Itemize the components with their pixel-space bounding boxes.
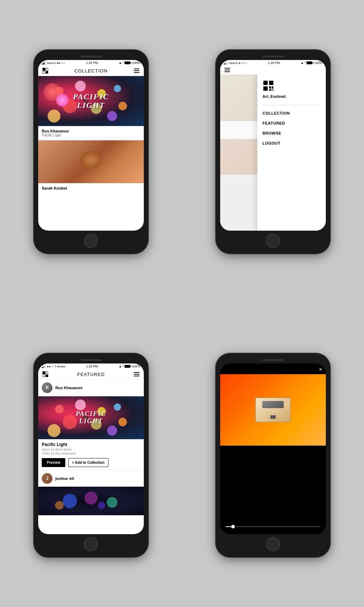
menu-button-2[interactable] [224,68,230,72]
phone-3-home-btn[interactable] [84,537,98,551]
menu-item-browse[interactable]: BROWSE [263,128,320,138]
artwork-title-1: PACIFICLIGHT [38,76,144,126]
signal-icon [42,61,46,65]
artist-name-2: Sarah Knobel [42,186,140,190]
phone-1-speaker [80,56,102,57]
artwork-image-2 [38,140,144,183]
carrier-label-2: Search ●○○○○ [229,61,247,65]
featured-buttons: Preview + Add to Collection [42,458,140,467]
location-icon: ▲ [119,61,122,65]
camera-device [255,397,291,422]
phone-2-home-btn[interactable] [266,234,280,248]
phone-4: × [216,353,330,557]
phone-1-nav: COLLECTION [38,66,144,76]
bluetooth-icon-3: * [122,365,124,368]
svg-rect-3 [269,86,271,89]
video-player: × [220,363,326,534]
svg-rect-0 [263,81,268,85]
status-right-2: ▲ * 100% [301,61,322,65]
featured-info: Pacific Light Music by Boris Blank Video… [38,439,144,470]
artwork-name-1: Pacific Light [42,133,140,137]
menu-button[interactable] [134,69,140,73]
featured-artist-name-1: Rus Khasanov [55,386,82,390]
video-thumbnail [220,374,326,446]
menu-tagline: Art, Evolved. [263,94,320,99]
phone-1-screen: Search ●●○○○ 1:18 PM ▲ * 100% [38,60,144,231]
featured-artwork-image[interactable]: PACIFICLIGHT [38,396,144,439]
close-button[interactable]: × [319,366,322,373]
status-time: 1:18 PM [86,61,98,65]
phone-2-speaker [262,56,284,57]
progress-track[interactable] [226,526,320,527]
phone-3-notch [38,358,144,363]
svg-rect-6 [272,89,273,91]
glass-balls-bg [38,487,144,515]
phone-2-screen: Search ●○○○○ 1:18 PM ▲ * 100% [220,60,326,231]
phone-4-cell: × [182,304,364,607]
signal-icon-2 [224,61,228,65]
status-left: Search ●●○○○ [42,61,65,65]
status-time-3: 1:18 PM [86,365,98,368]
phone-3-speaker [80,359,102,361]
status-left-3: ●●○○ T-Mobile [42,365,65,368]
phone-2-nav [220,66,326,75]
phone-2-cell: Search ●○○○○ 1:18 PM ▲ * 100% [182,0,364,304]
phone-3-content: R Rus Khasanov PACIFICLIGHT Pacific Ligh… [38,380,144,534]
artist-name-1: Rus Khasanov [42,129,140,133]
phone-1-notch [38,54,144,60]
phone-1: Search ●●○○○ 1:18 PM ▲ * 100% [34,50,148,254]
carrier-label: Search ●●○○○ [47,61,65,65]
featured-artwork-title: PACIFICLIGHT [38,396,144,439]
location-icon-3: ▲ [119,365,122,368]
menu-divider [263,105,320,105]
menu-item-logout[interactable]: LOGOUT [263,138,320,148]
video-black-area [220,446,326,534]
phone-4-screen: × [220,363,326,534]
artist-avatar-2: J [42,473,52,484]
phone-4-home-btn[interactable] [266,537,280,551]
progress-thumb[interactable] [231,525,235,528]
featured-subtitle-1: Music by Boris Blank [42,448,140,451]
phone-3: ●●○○ T-Mobile 1:18 PM ▲ * 100% [34,353,148,557]
artwork-card-1[interactable]: PACIFICLIGHT Rus Khasanov Pacific Light [38,76,144,140]
svg-rect-4 [269,89,271,91]
preview-button[interactable]: Preview [42,458,65,467]
phone-1-status-bar: Search ●●○○○ 1:18 PM ▲ * 100% [38,60,144,66]
menu-logo-icon [263,80,320,94]
status-left-2: Search ●○○○○ [224,61,247,65]
phone-3-cell: ●●○○ T-Mobile 1:18 PM ▲ * 100% [0,304,182,607]
svg-rect-5 [272,86,273,89]
featured-artwork-bottom[interactable] [38,487,144,515]
phone-4-speaker [262,359,284,361]
status-time-2: 1:18 PM [268,61,280,65]
bluetooth-icon: * [122,61,124,65]
menu-overlay: Art, Evolved. COLLECTION FEATURED BROWSE… [257,75,326,231]
phone-1-cell: Search ●●○○○ 1:18 PM ▲ * 100% [0,0,182,304]
status-right: ▲ * 100% [119,61,140,65]
battery-icon-3 [125,365,131,368]
phone-1-content: PACIFICLIGHT Rus Khasanov Pacific Light … [38,76,144,231]
phone-3-status-bar: ●●○○ T-Mobile 1:18 PM ▲ * 100% [38,363,144,369]
menu-item-featured[interactable]: FEATURED [263,118,320,128]
artwork-card-2[interactable]: Sarah Knobel [38,140,144,193]
featured-artist-row-2[interactable]: J joshue ott [38,470,144,487]
artwork-image-1: PACIFICLIGHT [38,76,144,126]
carrier-label-3: ●●○○ T-Mobile [47,365,65,368]
nav-title: COLLECTION [74,68,107,74]
phone-3-nav: FEATURED [38,369,144,380]
add-to-collection-button[interactable]: + Add to Collection [68,458,108,467]
app-logo-icon-3 [42,371,48,377]
status-right-3: ▲ * 100% [119,365,140,368]
featured-title: Pacific Light [42,442,140,447]
battery-icon [125,61,131,64]
svg-rect-1 [269,81,273,85]
menu-logo-area: Art, Evolved. [263,80,320,99]
artwork-info-1: Rus Khasanov Pacific Light [38,126,144,140]
menu-item-collection[interactable]: COLLECTION [263,108,320,118]
menu-button-3[interactable] [134,372,140,376]
phone-3-screen: ●●○○ T-Mobile 1:18 PM ▲ * 100% [38,363,144,534]
phone-1-home-btn[interactable] [84,234,98,248]
featured-artist-row-1[interactable]: R Rus Khasanov [38,380,144,396]
bluetooth-icon-2: * [304,61,306,65]
phone-2-content: Art, Evolved. COLLECTION FEATURED BROWSE… [220,75,326,231]
